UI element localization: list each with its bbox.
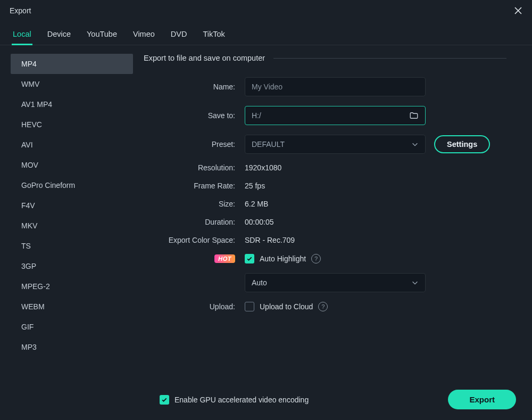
hot-badge: HOT [214,254,235,263]
tab-device[interactable]: Device [46,24,72,45]
section-header: Export to file and save on computer [144,54,506,62]
format-gopro[interactable]: GoPro Cineform [11,175,133,195]
format-3gp[interactable]: 3GP [11,256,133,276]
chevron-down-icon [411,141,419,148]
gpu-checkbox[interactable] [160,395,169,405]
size-label: Size: [144,200,245,208]
format-webm[interactable]: WEBM [11,297,133,317]
footer: Enable GPU accelerated video encoding Ex… [0,383,532,420]
check-icon [246,256,253,262]
format-sidebar: MP4 WMV AV1 MP4 HEVC AVI MOV GoPro Cinef… [11,54,133,383]
name-input-value: My Video [252,83,282,91]
size-value: 6.2 MB [245,200,268,208]
preset-select[interactable]: DEFAULT [245,135,426,154]
section-header-text: Export to file and save on computer [144,54,265,62]
settings-button[interactable]: Settings [434,135,490,153]
preset-value: DEFAULT [252,140,285,149]
section-header-divider [273,58,506,59]
format-mpeg2[interactable]: MPEG-2 [11,276,133,297]
chevron-down-icon [411,279,419,286]
format-f4v[interactable]: F4V [11,195,133,216]
tab-vimeo[interactable]: Vimeo [132,24,156,45]
format-ts[interactable]: TS [11,236,133,256]
check-icon [161,397,168,403]
tab-tiktok[interactable]: TikTok [202,24,226,45]
help-icon[interactable]: ? [311,254,321,263]
colorspace-value: SDR - Rec.709 [245,236,295,244]
format-av1mp4[interactable]: AV1 MP4 [11,94,133,114]
export-button[interactable]: Export [448,390,516,409]
upload-label: Upload: [144,302,245,311]
window-title: Export [10,6,31,15]
tab-local[interactable]: Local [12,24,32,45]
format-wmv[interactable]: WMV [11,74,133,94]
format-gif[interactable]: GIF [11,317,133,337]
save-to-value: H:/ [252,111,261,120]
preset-label: Preset: [144,140,245,149]
name-label: Name: [144,83,245,91]
duration-value: 00:00:05 [245,218,274,226]
colorspace-label: Export Color Space: [144,236,245,244]
format-mp4[interactable]: MP4 [11,54,133,74]
main-panel: Export to file and save on computer Name… [133,54,522,383]
format-mov[interactable]: MOV [11,155,133,175]
format-avi[interactable]: AVI [11,135,133,155]
folder-icon[interactable] [409,111,419,120]
auto-highlight-select[interactable]: Auto [245,273,426,292]
resolution-label: Resolution: [144,163,245,172]
framerate-value: 25 fps [245,182,265,190]
gpu-label: Enable GPU accelerated video encoding [174,396,309,404]
auto-highlight-checkbox[interactable] [245,254,254,263]
format-mkv[interactable]: MKV [11,216,133,236]
titlebar: Export [0,0,532,20]
tab-dvd[interactable]: DVD [170,24,188,45]
save-to-input[interactable]: H:/ [245,106,426,125]
close-icon [514,6,522,15]
auto-highlight-label: Auto Highlight [260,254,306,263]
help-icon[interactable]: ? [318,302,328,311]
name-input[interactable]: My Video [245,77,426,96]
format-mp3[interactable]: MP3 [11,337,133,357]
format-hevc[interactable]: HEVC [11,114,133,135]
auto-highlight-select-value: Auto [252,278,267,287]
close-button[interactable] [512,4,525,17]
upload-cloud-checkbox[interactable] [245,302,254,311]
resolution-value: 1920x1080 [245,163,281,172]
upload-cloud-label: Upload to Cloud [260,302,313,311]
tabs-bar: Local Device YouTube Vimeo DVD TikTok [0,20,532,45]
framerate-label: Frame Rate: [144,182,245,190]
tab-youtube[interactable]: YouTube [86,24,118,45]
save-to-label: Save to: [144,111,245,120]
duration-label: Duration: [144,218,245,226]
